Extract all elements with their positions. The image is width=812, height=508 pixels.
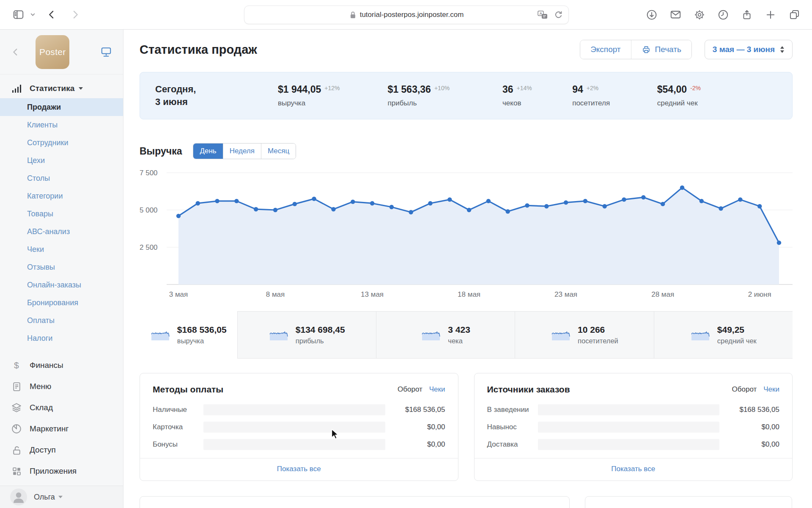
history-icon[interactable]: [718, 9, 729, 20]
total-выручка[interactable]: $168 536,05выручка: [140, 311, 237, 359]
date-range-select[interactable]: 3 мая — 3 июня: [705, 40, 793, 59]
revenue-title: Выручка: [140, 146, 182, 157]
sidebar-item-чеки[interactable]: Чеки: [0, 240, 123, 258]
sidebar-section-приложения[interactable]: Приложения: [0, 461, 123, 482]
today-summary-card: Сегодня, 3 июня $1 944,05+12%выручка$1 5…: [140, 72, 793, 119]
bar-value: $0,00: [719, 440, 779, 449]
bar-label: Доставка: [487, 440, 538, 449]
bar-track: [203, 439, 385, 450]
sidebar-item-товары[interactable]: Товары: [0, 205, 123, 223]
toggle-оборот[interactable]: Оборот: [398, 385, 422, 394]
address-bar[interactable]: tutorial-posterpos.joinposter.com A: [244, 6, 569, 24]
settings-icon[interactable]: [694, 9, 705, 20]
share-icon[interactable]: [741, 9, 752, 20]
sparkline-icon: [150, 329, 170, 341]
sidebar-item-бронирования[interactable]: Бронирования: [0, 294, 123, 312]
total-label: выручка: [177, 337, 227, 345]
total-прибыль[interactable]: $134 698,45прибыль: [237, 311, 376, 359]
bar-value: $168 536,05: [719, 406, 779, 414]
metric-delta: +12%: [324, 85, 340, 91]
toggle-оборот[interactable]: Оборот: [732, 385, 757, 394]
sidebar-section-склад[interactable]: Склад: [0, 397, 123, 418]
sidebar-section-меню[interactable]: Меню: [0, 376, 123, 397]
sidebar-item-продажи[interactable]: Продажи: [0, 98, 123, 116]
bar-row-навынос: Навынос$0,00: [475, 420, 793, 434]
metric-label: чеков: [502, 99, 572, 108]
user-menu[interactable]: Ольга: [0, 486, 123, 508]
sidebar-section-доступ[interactable]: Доступ: [0, 439, 123, 461]
show-all-link[interactable]: Показать все: [611, 465, 655, 473]
toggle-чеки[interactable]: Чеки: [763, 385, 779, 394]
print-button[interactable]: Печать: [631, 40, 691, 59]
sidebar-section-финансы[interactable]: $Финансы: [0, 355, 123, 376]
bar-value: $0,00: [719, 423, 779, 431]
pos-terminal-icon[interactable]: [100, 46, 112, 58]
sidebar-section-маркетинг[interactable]: Маркетинг: [0, 418, 123, 439]
bar-row-доставка: Доставка$0,00: [475, 438, 793, 451]
browser-nav-controls: [13, 9, 80, 20]
sidebar-item-онлайн-заказы[interactable]: Онлайн-заказы: [0, 276, 123, 294]
apps-icon: [10, 466, 23, 477]
main-content: Статистика продаж Экспорт Печать 3 мая —…: [123, 30, 812, 508]
sidebar-item-авс-анализ[interactable]: АВС-анализ: [0, 223, 123, 240]
tab-group-chevron-icon[interactable]: [30, 12, 36, 17]
sidebar-item-statistics[interactable]: Статистика: [0, 79, 123, 98]
sparkline-icon: [551, 329, 571, 341]
svg-text:18 мая: 18 мая: [458, 290, 480, 298]
tab-overview-icon[interactable]: [789, 9, 800, 20]
forward-icon[interactable]: [70, 9, 80, 20]
bar-value: $168 536,05: [385, 406, 445, 414]
poster-logo-text: Poster: [39, 47, 66, 57]
svg-text:3 мая: 3 мая: [169, 290, 188, 298]
card-title: Источники заказов: [487, 384, 732, 395]
sparkline-icon: [269, 329, 289, 341]
export-print-group: Экспорт Печать: [580, 40, 692, 59]
bar-track: [203, 404, 385, 415]
bar-track: [538, 404, 720, 415]
metric-label: прибыль: [388, 99, 502, 108]
poster-logo[interactable]: Poster: [36, 35, 69, 69]
metric-value: $1 563,36: [388, 84, 431, 95]
marketing-icon: [10, 423, 23, 434]
avatar: [10, 489, 27, 505]
reload-icon[interactable]: [554, 10, 563, 20]
total-label: прибыль: [296, 337, 345, 345]
browser-chrome: tutorial-posterpos.joinposter.com A: [0, 0, 812, 30]
sidebar-item-отзывы[interactable]: Отзывы: [0, 258, 123, 276]
tab-неделя[interactable]: Неделя: [223, 144, 261, 159]
sidebar-item-налоги[interactable]: Налоги: [0, 329, 123, 347]
sidebar-item-цехи[interactable]: Цехи: [0, 152, 123, 169]
export-button[interactable]: Экспорт: [580, 40, 631, 59]
sidebar-item-категории[interactable]: Категории: [0, 187, 123, 205]
metric-delta: +10%: [434, 85, 450, 91]
new-tab-icon[interactable]: [765, 9, 776, 20]
mail-icon[interactable]: [670, 9, 681, 20]
tab-месяц[interactable]: Месяц: [261, 144, 296, 159]
sidebar-item-столы[interactable]: Столы: [0, 169, 123, 187]
total-чека[interactable]: 3 423чека: [376, 311, 515, 359]
sidebar-item-сотрудники[interactable]: Сотрудники: [0, 134, 123, 152]
translate-icon[interactable]: A: [538, 11, 548, 19]
sidebar-toggle-icon[interactable]: [13, 9, 24, 20]
total-средний-чек[interactable]: $49,25средний чек: [654, 311, 793, 359]
back-icon[interactable]: [47, 9, 57, 20]
show-all-link[interactable]: Показать все: [277, 465, 321, 473]
bar-value: $0,00: [385, 423, 445, 431]
bar-label: Навынос: [487, 423, 538, 431]
period-tabs: ДеньНеделяМесяц: [193, 143, 296, 159]
bar-chart-icon: [11, 83, 22, 94]
total-посетителей[interactable]: 10 266посетителей: [515, 311, 653, 359]
payment-methods-card: Методы оплаты ОборотЧеки Наличные$168 53…: [140, 373, 458, 481]
downloads-icon[interactable]: [646, 9, 657, 20]
browser-toolbar-icons: [646, 9, 800, 20]
svg-text:$: $: [14, 360, 19, 370]
tab-день[interactable]: День: [193, 144, 222, 159]
sidebar-item-клиенты[interactable]: Клиенты: [0, 116, 123, 134]
sidebar-item-оплаты[interactable]: Оплаты: [0, 312, 123, 329]
svg-text:2 500: 2 500: [140, 243, 158, 251]
toggle-чеки[interactable]: Чеки: [429, 385, 445, 394]
svg-text:13 мая: 13 мая: [361, 290, 384, 298]
revenue-chart: 2 5005 0007 5003 мая8 мая13 мая18 мая23 …: [140, 167, 793, 300]
metric-value: 94: [572, 84, 583, 95]
sidebar-collapse-icon[interactable]: [11, 47, 20, 57]
